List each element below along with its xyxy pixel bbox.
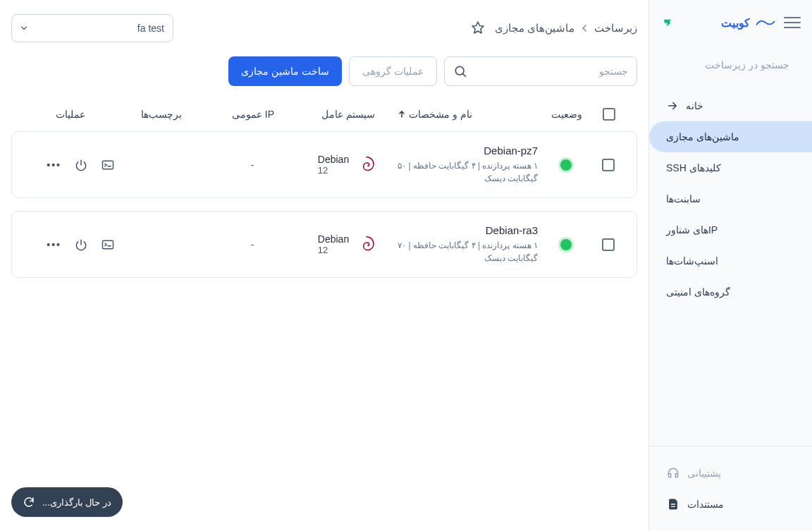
breadcrumb-root[interactable]: زیرساخت bbox=[594, 22, 637, 35]
toolbar: عملیات گروهی ساخت ماشین مجازی bbox=[11, 56, 637, 86]
nav-home[interactable]: خانه bbox=[649, 90, 812, 121]
topbar: زیرساخت ماشین‌های مجازی fa test bbox=[11, 11, 637, 45]
nav-item-label: IPهای شناور bbox=[666, 224, 718, 236]
nav-virtual-machines[interactable]: ماشین‌های مجازی bbox=[649, 121, 812, 152]
chevron-down-icon bbox=[20, 25, 27, 32]
document-icon bbox=[666, 497, 680, 511]
main-content: زیرساخت ماشین‌های مجازی fa test عملیات گ… bbox=[0, 0, 648, 531]
svg-rect-5 bbox=[103, 240, 113, 249]
sort-asc-icon bbox=[398, 110, 406, 118]
nav-item-label: ماشین‌های مجازی bbox=[666, 131, 739, 142]
vm-specs: ۱ هسته پردازنده | ۴ گیگابایت حافظه | ۵۰ … bbox=[397, 159, 538, 185]
row-checkbox[interactable] bbox=[602, 238, 615, 251]
vm-specs: ۱ هسته پردازنده | ۴ گیگابایت حافظه | ۷۰ … bbox=[397, 239, 538, 264]
footer-docs[interactable]: مستندات bbox=[660, 489, 801, 520]
console-icon[interactable] bbox=[101, 238, 115, 252]
more-actions-button[interactable]: ••• bbox=[47, 239, 61, 250]
table-row[interactable]: Debian-ra3 ۱ هسته پردازنده | ۴ گیگابایت … bbox=[11, 211, 637, 278]
os-version: 12 bbox=[318, 245, 349, 255]
nav-security-groups[interactable]: گروه‌های امنیتی bbox=[649, 276, 812, 307]
chevron-left-icon bbox=[582, 24, 587, 32]
table-header: وضعیت نام و مشخصات سیستم عامل IP عمومی ب… bbox=[11, 97, 637, 131]
sidebar-nav: خانه ماشین‌های مجازی کلیدهای SSH سابنت‌ه… bbox=[649, 90, 812, 446]
power-icon[interactable] bbox=[74, 158, 88, 172]
status-running-icon bbox=[560, 159, 572, 171]
public-ip-value: - bbox=[207, 159, 298, 171]
th-tags[interactable]: برچسب‌ها bbox=[116, 109, 207, 120]
group-ops-button[interactable]: عملیات گروهی bbox=[349, 56, 437, 86]
refresh-icon bbox=[23, 496, 35, 508]
footer-docs-label: مستندات bbox=[687, 499, 724, 510]
vm-table: وضعیت نام و مشخصات سیستم عامل IP عمومی ب… bbox=[11, 97, 637, 278]
nav-item-label: کلیدهای SSH bbox=[666, 162, 721, 173]
power-icon[interactable] bbox=[74, 238, 88, 252]
footer-support-label: پشتیبانی bbox=[687, 468, 721, 479]
search-icon bbox=[453, 64, 467, 78]
footer-support[interactable]: پشتیبانی bbox=[660, 458, 801, 489]
nav-floating-ips[interactable]: IPهای شناور bbox=[649, 214, 812, 245]
brand-wave-icon bbox=[756, 18, 775, 28]
brand-name: کوبیت bbox=[721, 16, 750, 30]
breadcrumb-current[interactable]: ماشین‌های مجازی bbox=[495, 22, 574, 35]
arrow-right-icon bbox=[666, 99, 679, 112]
loading-text: در حال بارگذاری... bbox=[42, 497, 111, 508]
nav-ssh-keys[interactable]: کلیدهای SSH bbox=[649, 152, 812, 183]
favorite-star-button[interactable] bbox=[469, 20, 486, 37]
row-checkbox[interactable] bbox=[602, 159, 615, 171]
svg-rect-4 bbox=[103, 161, 113, 169]
more-actions-button[interactable]: ••• bbox=[47, 159, 61, 171]
nav-subnets[interactable]: سابنت‌ها bbox=[649, 183, 812, 214]
console-icon[interactable] bbox=[101, 158, 115, 172]
nav-item-label: گروه‌های امنیتی bbox=[666, 286, 730, 298]
headset-icon bbox=[666, 466, 680, 480]
vm-search-input[interactable] bbox=[473, 66, 628, 77]
debian-icon bbox=[356, 234, 377, 255]
breadcrumb: زیرساخت ماشین‌های مجازی bbox=[495, 22, 637, 35]
debian-icon bbox=[356, 154, 377, 176]
status-running-icon bbox=[560, 239, 572, 250]
sidebar: کوبیت خانه ماشین‌های مجازی کلیدهای SSH س… bbox=[648, 0, 812, 531]
os-name: Debian bbox=[318, 154, 349, 165]
brand-logo[interactable]: کوبیت bbox=[683, 16, 775, 30]
th-name[interactable]: نام و مشخصات bbox=[398, 109, 539, 120]
loading-toast: در حال بارگذاری... bbox=[11, 487, 123, 517]
vm-search-box[interactable] bbox=[444, 56, 637, 86]
nav-home-label: خانه bbox=[686, 100, 703, 111]
th-os[interactable]: سیستم عامل bbox=[299, 109, 398, 120]
sidebar-search[interactable] bbox=[660, 51, 801, 79]
os-version: 12 bbox=[318, 165, 349, 176]
th-status[interactable]: وضعیت bbox=[539, 109, 595, 120]
menu-toggle-button[interactable] bbox=[784, 14, 801, 31]
nav-item-label: اسنپ‌شات‌ها bbox=[666, 255, 718, 267]
th-public-ip[interactable]: IP عمومی bbox=[207, 109, 299, 120]
select-all-checkbox[interactable] bbox=[603, 108, 615, 121]
nav-snapshots[interactable]: اسنپ‌شات‌ها bbox=[649, 245, 812, 276]
sidebar-search-input[interactable] bbox=[666, 59, 789, 71]
partner-logo-icon bbox=[660, 16, 675, 30]
vm-name: Debian-pz7 bbox=[397, 145, 538, 157]
public-ip-value: - bbox=[207, 239, 298, 250]
sidebar-footer: پشتیبانی مستندات bbox=[649, 446, 812, 531]
os-name: Debian bbox=[318, 233, 349, 245]
table-row[interactable]: Debian-pz7 ۱ هسته پردازنده | ۴ گیگابایت … bbox=[11, 131, 637, 198]
vm-name: Debian-ra3 bbox=[397, 224, 538, 236]
nav-item-label: سابنت‌ها bbox=[666, 193, 701, 205]
th-actions[interactable]: عملیات bbox=[25, 109, 116, 120]
svg-line-3 bbox=[462, 73, 465, 76]
project-selector-value: fa test bbox=[27, 23, 164, 34]
sidebar-header: کوبیت bbox=[649, 0, 812, 45]
project-selector[interactable]: fa test bbox=[11, 14, 173, 42]
create-vm-button[interactable]: ساخت ماشین مجازی bbox=[228, 56, 342, 86]
